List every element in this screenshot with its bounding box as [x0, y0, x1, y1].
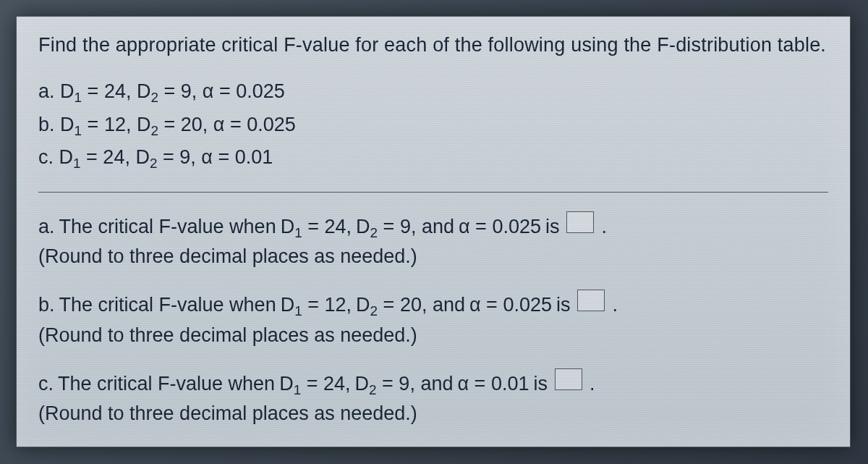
symbol-alpha: α — [201, 146, 213, 168]
period: . — [601, 216, 607, 238]
given-row-a: a. D1 = 24, D2 = 9, α = 0.025 — [38, 77, 828, 109]
subscript-1: 1 — [294, 225, 302, 240]
d2-term: D2 = 9, — [137, 80, 203, 102]
subscript-1: 1 — [75, 123, 82, 138]
question-prompt: Find the appropriate critical F-value fo… — [38, 34, 828, 56]
value-alpha-a: 0.025 — [236, 80, 285, 102]
given-parameters: a. D1 = 24, D2 = 9, α = 0.025 b. D1 = — [38, 77, 828, 174]
equals-sign: = — [218, 146, 229, 168]
round-instruction-c: (Round to three decimal places as needed… — [38, 402, 828, 425]
comma-and: , and — [422, 294, 465, 316]
symbol-D: D — [356, 216, 370, 237]
symbol-D: D — [60, 80, 75, 102]
alpha-term: α = 0.025 — [459, 216, 541, 238]
symbol-D: D — [60, 114, 75, 135]
equals-sign: = — [486, 294, 498, 316]
answer-post-a: is — [545, 216, 560, 238]
subscript-1: 1 — [73, 156, 81, 172]
equals-sign: = — [307, 294, 319, 316]
symbol-alpha: α — [213, 114, 225, 135]
equals-sign: = — [230, 114, 242, 135]
d2-term: D2 = 9, and — [356, 216, 454, 241]
given-label-c: c. — [38, 146, 54, 168]
symbol-D: D — [281, 294, 295, 316]
d2-term: D2 = 20, — [137, 114, 213, 135]
answer-alpha-c: 0.01 — [491, 373, 529, 395]
equals-sign: = — [219, 80, 231, 102]
answer-line-c: c. The critical F-value when D1 = 24, D2… — [38, 368, 828, 398]
answer-d1-c: 24 — [323, 373, 345, 395]
d1-term: D1 = 12, — [281, 294, 352, 319]
equals-sign: = — [475, 373, 486, 395]
comma-and: , and — [411, 216, 454, 237]
given-row-c: c. D1 = 24, D2 = 9, α = 0.01 — [38, 143, 828, 174]
symbol-D: D — [355, 373, 370, 395]
d2-term: D2 = 20, and — [356, 294, 465, 319]
value-alpha-c: 0.01 — [235, 146, 273, 168]
answer-post-b: is — [556, 294, 571, 316]
period: . — [612, 294, 618, 316]
alpha-term: α = 0.025 — [469, 294, 552, 316]
value-alpha-b: 0.025 — [247, 114, 296, 135]
answer-block-c: c. The critical F-value when D1 = 24, D2… — [38, 368, 828, 425]
answers-section: a. The critical F-value when D1 = 24, D2… — [38, 211, 828, 425]
subscript-2: 2 — [150, 90, 158, 105]
equals-sign: = — [88, 80, 99, 102]
given-row-b: b. D1 = 12, D2 = 20, α = 0.025 — [38, 110, 828, 142]
answer-d2-c: 9 — [399, 373, 409, 395]
equals-sign: = — [383, 216, 395, 237]
answer-d1-b: 12 — [324, 294, 346, 316]
answer-d1-a: 24 — [324, 216, 346, 237]
d1-term: D1 = 24, — [60, 80, 137, 102]
round-instruction-a: (Round to three decimal places as needed… — [38, 245, 828, 268]
d1-term: D1 = 24, — [279, 373, 350, 398]
equals-sign: = — [163, 114, 175, 135]
symbol-D: D — [59, 146, 74, 168]
period: . — [590, 373, 595, 395]
alpha-term: α = 0.01 — [457, 373, 529, 395]
answer-label-a: a. — [38, 216, 55, 238]
answer-label-c: c. — [38, 373, 54, 395]
answer-pre-c: The critical F-value when — [58, 373, 275, 395]
answer-block-a: a. The critical F-value when D1 = 24, D2… — [38, 211, 828, 268]
equals-sign: = — [382, 373, 393, 395]
round-instruction-b: (Round to three decimal places as needed… — [38, 324, 828, 347]
given-label-a: a. — [38, 80, 55, 102]
answer-input-a[interactable] — [566, 211, 594, 233]
answer-d2-b: 20 — [400, 294, 422, 316]
symbol-D: D — [279, 373, 294, 395]
d2-term: D2 = 9, and — [355, 373, 454, 398]
answer-alpha-b: 0.025 — [503, 294, 552, 316]
answer-pre-b: The critical F-value when — [59, 294, 276, 316]
comma-and: , and — [409, 373, 453, 395]
equals-sign: = — [88, 114, 99, 135]
value-d2-a: 9 — [181, 80, 192, 102]
symbol-alpha: α — [469, 294, 481, 316]
answer-label-b: b. — [38, 294, 55, 316]
answer-input-c[interactable] — [555, 368, 582, 390]
alpha-term: α = 0.01 — [201, 146, 273, 168]
subscript-1: 1 — [294, 304, 302, 319]
symbol-alpha: α — [203, 80, 214, 102]
given-label-b: b. — [38, 114, 55, 135]
equals-sign: = — [86, 146, 98, 168]
value-d1-a: 24 — [104, 80, 126, 102]
d2-term: D2 = 9, — [135, 146, 201, 168]
subscript-2: 2 — [370, 304, 378, 319]
value-d2-c: 9 — [179, 146, 190, 168]
symbol-D: D — [137, 114, 151, 135]
answer-input-b[interactable] — [577, 290, 605, 311]
d1-term: D1 = 12, — [60, 114, 137, 135]
answer-pre-a: The critical F-value when — [59, 216, 276, 238]
answer-block-b: b. The critical F-value when D1 = 12, D2… — [38, 290, 828, 346]
answer-line-b: b. The critical F-value when D1 = 12, D2… — [38, 290, 828, 319]
answer-alpha-a: 0.025 — [492, 216, 541, 237]
question-panel: Find the appropriate critical F-value fo… — [16, 16, 851, 447]
equals-sign: = — [307, 373, 318, 395]
d1-term: D1 = 24, — [281, 216, 352, 241]
equals-sign: = — [163, 80, 175, 102]
subscript-2: 2 — [150, 156, 158, 172]
symbol-D: D — [281, 216, 295, 237]
alpha-term: α = 0.025 — [213, 114, 296, 135]
symbol-D: D — [137, 80, 151, 102]
